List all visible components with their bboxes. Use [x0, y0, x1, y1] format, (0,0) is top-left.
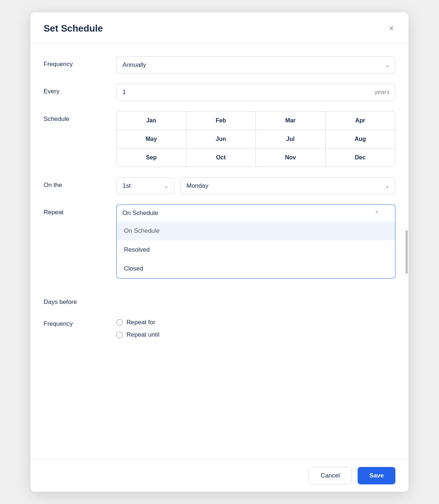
repeat-label: Repeat — [44, 204, 116, 216]
every-input[interactable] — [116, 84, 395, 101]
repeat-chevron-up-icon: ⌃ — [375, 210, 379, 216]
repeat-for-label: Repeat for — [126, 319, 155, 326]
schedule-row: Schedule Jan Feb Mar Apr May Jun Jul — [44, 111, 395, 167]
repeat-select-wrapper: On Schedule ⌃ — [116, 204, 395, 221]
frequency-select[interactable]: Annually — [116, 56, 395, 73]
repeat-until-label: Repeat until — [126, 331, 160, 338]
radio-item-repeat-until: Repeat until — [116, 331, 395, 338]
repeat-dropdown-menu: On Schedule Resolved Closed — [116, 221, 395, 279]
radio-item-repeat-for: Repeat for — [116, 319, 395, 326]
cancel-button[interactable]: Cancel — [309, 467, 352, 484]
repeat-dropdown-container: On Schedule ⌃ On Schedule Resolved Close… — [116, 204, 395, 221]
frequency-select-wrapper: Annually ⌄ — [116, 56, 395, 73]
month-feb[interactable]: Feb — [186, 111, 256, 130]
on-the-row: On the 1st 2nd 3rd 4th Last ⌄ Monday Tu — [44, 177, 395, 194]
month-aug[interactable]: Aug — [326, 130, 395, 148]
frequency2-control: Repeat for Repeat until — [116, 316, 395, 344]
every-control: years — [116, 84, 395, 101]
schedule-label: Schedule — [44, 111, 116, 123]
repeat-selected-value: On Schedule — [122, 210, 158, 217]
repeat-until-radio[interactable] — [116, 332, 123, 338]
month-jan[interactable]: Jan — [117, 111, 186, 130]
every-row: Every years — [44, 84, 395, 101]
month-grid: Jan Feb Mar Apr May Jun Jul Aug Sep — [116, 111, 395, 167]
month-jun[interactable]: Jun — [186, 130, 256, 148]
weekday-select-wrapper: Monday Tuesday Wednesday Thursday Friday… — [180, 177, 395, 194]
close-button[interactable]: × — [387, 23, 395, 34]
month-oct[interactable]: Oct — [186, 149, 256, 167]
repeat-option-resolved[interactable]: Resolved — [117, 240, 395, 259]
on-the-label: On the — [44, 177, 116, 189]
month-sep[interactable]: Sep — [117, 149, 186, 167]
modal-body: Frequency Annually ⌄ Every years — [31, 43, 408, 459]
month-dec[interactable]: Dec — [326, 149, 395, 167]
month-jul[interactable]: Jul — [256, 130, 326, 148]
weekday-select[interactable]: Monday Tuesday Wednesday Thursday Friday… — [180, 177, 395, 194]
repeat-select-display[interactable]: On Schedule ⌃ — [116, 204, 395, 221]
frequency-control: Annually ⌄ — [116, 56, 395, 73]
repeat-option-on-schedule[interactable]: On Schedule — [117, 221, 395, 240]
month-mar[interactable]: Mar — [256, 111, 326, 130]
radio-group: Repeat for Repeat until — [116, 319, 395, 338]
days-before-row: Days before — [44, 294, 395, 306]
repeat-row: Repeat On Schedule ⌃ On Schedule Resolve… — [44, 204, 395, 221]
every-input-wrapper: years — [116, 84, 395, 101]
day-select-wrapper: 1st 2nd 3rd 4th Last ⌄ — [116, 177, 174, 194]
repeat-for-radio[interactable] — [116, 319, 123, 326]
month-row-3: Sep Oct Nov Dec — [117, 149, 395, 167]
modal-header: Set Schedule × — [31, 12, 408, 43]
repeat-control: On Schedule ⌃ On Schedule Resolved Close… — [116, 204, 395, 221]
frequency-label: Frequency — [44, 56, 116, 68]
month-may[interactable]: May — [117, 130, 186, 148]
month-apr[interactable]: Apr — [326, 111, 395, 130]
every-label: Every — [44, 84, 116, 95]
set-schedule-modal: Set Schedule × Frequency Annually ⌄ Ever… — [31, 12, 408, 492]
frequency2-label: Frequency — [44, 316, 116, 328]
frequency2-row: Frequency Repeat for Repeat until — [44, 316, 395, 344]
repeat-option-closed[interactable]: Closed — [117, 259, 395, 278]
schedule-control: Jan Feb Mar Apr May Jun Jul Aug Sep — [116, 111, 395, 167]
days-before-label: Days before — [44, 294, 116, 306]
scroll-indicator — [406, 230, 408, 274]
modal-title: Set Schedule — [44, 23, 103, 34]
modal-footer: Cancel Save — [31, 459, 408, 492]
month-nov[interactable]: Nov — [256, 149, 326, 167]
month-row-1: Jan Feb Mar Apr — [117, 111, 395, 130]
frequency-row: Frequency Annually ⌄ — [44, 56, 395, 73]
save-button[interactable]: Save — [358, 467, 395, 484]
month-row-2: May Jun Jul Aug — [117, 130, 395, 149]
on-the-control: 1st 2nd 3rd 4th Last ⌄ Monday Tuesday We… — [116, 177, 395, 194]
day-select[interactable]: 1st 2nd 3rd 4th Last — [116, 177, 174, 194]
every-suffix: years — [374, 89, 390, 96]
